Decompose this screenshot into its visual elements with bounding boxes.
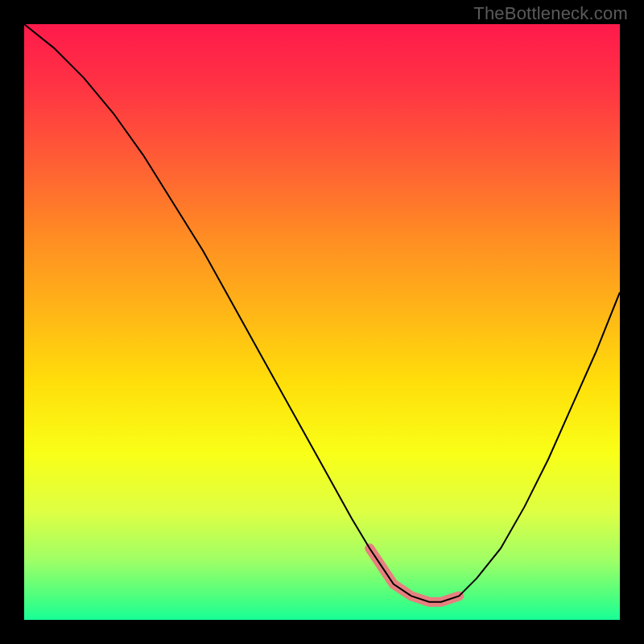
chart-svg: [24, 24, 620, 620]
watermark-text: TheBottleneck.com: [473, 3, 628, 24]
chart-frame: TheBottleneck.com: [0, 0, 644, 644]
plot-area: [24, 24, 620, 620]
